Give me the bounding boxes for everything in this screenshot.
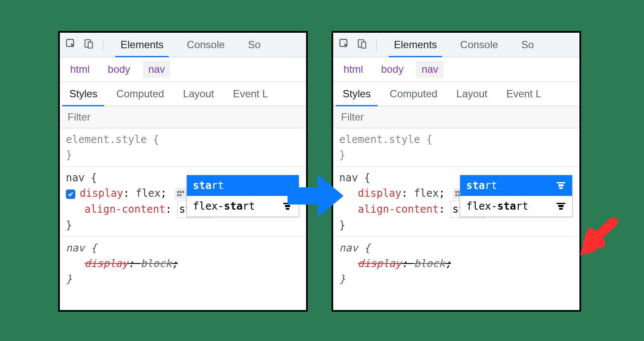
subtab-styles[interactable]: Styles	[333, 82, 380, 106]
autocomplete-item[interactable]: flex-start	[187, 196, 299, 217]
autocomplete-item[interactable]: flex-start	[460, 196, 572, 217]
devtools-toolbar: Elements Console So	[333, 33, 579, 57]
nav-rule[interactable]: nav { display: flex; align-content: star…	[66, 170, 300, 233]
autocomplete-item[interactable]: start	[460, 175, 572, 196]
filter-bar	[60, 106, 306, 128]
styles-pane: element.style { } nav { display: flex; a…	[60, 128, 306, 290]
flex-editor-icon[interactable]	[175, 188, 187, 199]
selector-text: element.style	[339, 133, 420, 146]
styles-subtabs: Styles Computed Layout Event L	[60, 82, 306, 106]
toolbar-divider	[103, 39, 103, 51]
property-value[interactable]: flex	[136, 187, 161, 199]
filter-input[interactable]	[60, 111, 306, 124]
svg-rect-22	[557, 203, 565, 204]
property-value[interactable]: flex	[414, 187, 439, 199]
breadcrumb-nav[interactable]: nav	[416, 61, 443, 78]
breadcrumb-body[interactable]: body	[102, 61, 135, 78]
align-start-icon	[556, 182, 566, 189]
devtools-panel-after: Elements Console So html body nav Styles…	[331, 31, 581, 312]
subtab-event-listeners-truncated[interactable]: Event L	[223, 82, 277, 106]
svg-rect-24	[559, 208, 563, 210]
align-start-icon	[556, 202, 566, 210]
overridden-rule[interactable]: nav { display: block; }	[339, 240, 573, 287]
svg-rect-21	[559, 187, 563, 189]
property-enable-checkbox[interactable]	[66, 189, 75, 199]
breadcrumb: html body nav	[60, 57, 306, 82]
subtab-computed[interactable]: Computed	[380, 82, 447, 106]
device-toggle-icon[interactable]	[356, 38, 368, 51]
styles-subtabs: Styles Computed Layout Event L	[333, 82, 579, 106]
svg-rect-6	[177, 194, 179, 196]
svg-rect-7	[180, 194, 181, 196]
breadcrumb-nav[interactable]: nav	[143, 61, 170, 78]
svg-rect-23	[558, 205, 564, 207]
element-style-rule[interactable]: element.style { }	[66, 132, 300, 163]
rule-divider	[333, 166, 579, 167]
svg-rect-4	[180, 191, 181, 193]
devtools-toolbar: Elements Console So	[60, 33, 306, 57]
tab-console[interactable]: Console	[452, 33, 507, 57]
property-name[interactable]: align-content	[358, 203, 439, 215]
devtools-panel-before: Elements Console So html body nav Styles…	[58, 31, 308, 312]
autocomplete-item[interactable]: start	[187, 175, 299, 196]
rule-divider	[60, 236, 306, 237]
property-value[interactable]: block	[140, 257, 171, 270]
filter-input[interactable]	[333, 111, 579, 124]
svg-rect-2	[88, 42, 93, 48]
subtab-computed[interactable]: Computed	[107, 82, 173, 106]
svg-rect-13	[362, 42, 366, 48]
property-name[interactable]: display	[358, 257, 401, 270]
filter-bar	[333, 106, 579, 128]
property-name[interactable]: display	[84, 257, 128, 270]
selector-text: nav	[66, 242, 84, 254]
svg-rect-3	[177, 191, 179, 193]
element-style-rule[interactable]: element.style { }	[339, 132, 573, 163]
selector-text: nav	[66, 172, 84, 184]
tab-sources-truncated[interactable]: So	[513, 33, 542, 57]
selector-text: nav	[339, 242, 358, 254]
selector-text: element.style	[66, 133, 147, 146]
autocomplete-popup: start flex-start	[186, 175, 299, 217]
property-value[interactable]: block	[414, 257, 445, 270]
svg-rect-19	[557, 182, 565, 183]
styles-pane: element.style { } nav { display: flex; a…	[333, 128, 579, 290]
tab-sources-truncated[interactable]: So	[239, 33, 269, 57]
tab-elements[interactable]: Elements	[112, 33, 172, 57]
callout-arrow-icon	[575, 217, 618, 262]
breadcrumb-body[interactable]: body	[376, 61, 409, 78]
property-name[interactable]: align-content	[84, 203, 165, 215]
inspect-icon[interactable]	[338, 38, 350, 52]
breadcrumb-html[interactable]: html	[338, 61, 368, 78]
svg-rect-5	[182, 191, 184, 193]
breadcrumb: html body nav	[333, 57, 579, 82]
nav-rule[interactable]: nav { display: flex; align-content: star…	[339, 170, 573, 233]
svg-rect-14	[455, 191, 457, 193]
subtab-layout[interactable]: Layout	[447, 82, 497, 106]
overridden-rule[interactable]: nav { display: block; }	[66, 240, 300, 287]
svg-rect-17	[455, 194, 457, 196]
subtab-styles[interactable]: Styles	[60, 82, 107, 106]
toolbar-divider	[376, 39, 377, 51]
autocomplete-popup: start flex-start	[460, 175, 573, 217]
subtab-layout[interactable]: Layout	[173, 82, 223, 106]
subtab-event-listeners-truncated[interactable]: Event L	[497, 82, 551, 106]
property-name[interactable]: display	[80, 187, 123, 199]
property-name[interactable]: display	[358, 187, 401, 199]
rule-divider	[333, 236, 579, 237]
inspect-icon[interactable]	[65, 38, 77, 52]
rule-divider	[60, 166, 306, 167]
device-toggle-icon[interactable]	[83, 38, 94, 51]
tab-console[interactable]: Console	[178, 33, 233, 57]
transition-arrow-icon	[288, 172, 344, 221]
breadcrumb-html[interactable]: html	[65, 61, 95, 78]
tab-elements[interactable]: Elements	[385, 33, 446, 57]
svg-rect-20	[558, 184, 564, 186]
